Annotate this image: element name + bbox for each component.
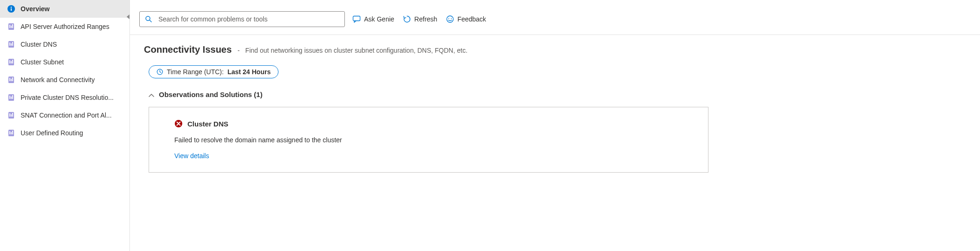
svg-rect-1 [11,8,12,11]
search-icon [145,15,152,23]
clock-icon [157,69,163,75]
svg-rect-4 [9,25,10,28]
document-icon [7,23,15,30]
feedback-icon [446,15,454,23]
chat-icon [352,15,361,23]
svg-point-2 [11,7,12,7]
svg-rect-29 [11,132,12,134]
button-label: Ask Genie [364,15,394,23]
time-range-value: Last 24 Hours [228,68,271,76]
sidebar-item-cluster-dns[interactable]: Cluster DNS [0,35,129,53]
sidebar-item-label: Private Cluster DNS Resolutio... [21,94,114,101]
observations-title: Observations and Solutions (1) [159,91,263,98]
svg-rect-24 [9,113,10,117]
content-area: Connectivity Issues - Find out networkin… [130,35,980,173]
svg-rect-22 [12,95,13,99]
observations-header[interactable]: Observations and Solutions (1) [149,91,966,98]
sidebar-item-label: SNAT Connection and Port Al... [21,112,112,119]
svg-rect-21 [11,97,12,99]
sidebar: Overview API Server Authorized Ranges Cl… [0,0,130,251]
svg-rect-28 [9,131,10,134]
sidebar-item-private-cluster-dns[interactable]: Private Cluster DNS Resolutio... [0,89,129,106]
view-details-link[interactable]: View details [174,152,209,160]
refresh-button[interactable]: Refresh [402,13,438,25]
document-icon [7,112,15,119]
card-description: Failed to resolve the domain name assign… [174,136,683,144]
svg-rect-12 [9,60,10,63]
document-icon [7,94,15,101]
title-row: Connectivity Issues - Find out networkin… [144,44,966,55]
svg-rect-5 [11,26,12,28]
error-icon [174,119,183,128]
svg-rect-16 [9,78,10,81]
svg-rect-26 [12,113,13,117]
sidebar-item-label: Cluster Subnet [21,58,64,66]
button-label: Feedback [458,15,486,23]
sidebar-item-cluster-subnet[interactable]: Cluster Subnet [0,53,129,71]
page-title: Connectivity Issues [144,44,232,55]
main-panel: Ask Genie Refresh Feedback Connectivity … [130,0,980,251]
svg-rect-25 [11,114,12,117]
toolbar: Ask Genie Refresh Feedback [130,0,980,35]
svg-rect-33 [353,16,360,21]
document-icon [7,76,15,84]
sidebar-item-label: Cluster DNS [21,41,57,48]
ask-genie-button[interactable]: Ask Genie [351,13,395,25]
chevron-up-icon [149,92,154,98]
sidebar-item-label: Overview [21,5,50,13]
svg-point-34 [447,16,453,22]
button-label: Refresh [415,15,437,23]
sidebar-collapse-caret[interactable] [126,14,130,21]
document-icon [7,58,15,66]
svg-line-32 [150,20,151,22]
svg-rect-13 [11,61,12,63]
page-subtitle: Find out networking issues on cluster su… [245,47,467,54]
observation-card: Cluster DNS Failed to resolve the domain… [149,107,708,173]
document-icon [7,41,15,48]
time-range-label: Time Range (UTC): [167,68,224,76]
svg-rect-30 [12,131,13,134]
sidebar-item-api-server-ranges[interactable]: API Server Authorized Ranges [0,18,129,35]
svg-rect-6 [12,24,13,28]
svg-rect-17 [11,79,12,81]
info-icon [7,5,15,13]
document-icon [7,129,15,137]
svg-rect-8 [9,42,10,46]
svg-rect-9 [11,43,12,46]
card-title-row: Cluster DNS [174,119,683,128]
svg-rect-14 [12,60,13,63]
sidebar-item-label: API Server Authorized Ranges [21,23,109,30]
svg-point-36 [451,18,451,19]
sidebar-item-label: User Defined Routing [21,129,83,137]
svg-rect-10 [12,42,13,46]
card-title: Cluster DNS [187,120,229,128]
sidebar-item-snat-connection[interactable]: SNAT Connection and Port Al... [0,106,129,124]
search-wrap [139,11,345,27]
sidebar-item-label: Network and Connectivity [21,76,95,84]
svg-rect-18 [12,77,13,81]
svg-rect-20 [9,96,10,99]
sidebar-item-user-defined-routing[interactable]: User Defined Routing [0,124,129,142]
page-subtitle-sep: - [237,47,242,54]
search-input[interactable] [139,11,345,27]
sidebar-item-overview[interactable]: Overview [0,0,129,18]
feedback-button[interactable]: Feedback [445,13,487,25]
refresh-icon [403,15,411,23]
sidebar-item-network-connectivity[interactable]: Network and Connectivity [0,71,129,89]
time-range-pill[interactable]: Time Range (UTC): Last 24 Hours [149,65,279,78]
svg-point-35 [448,18,449,19]
